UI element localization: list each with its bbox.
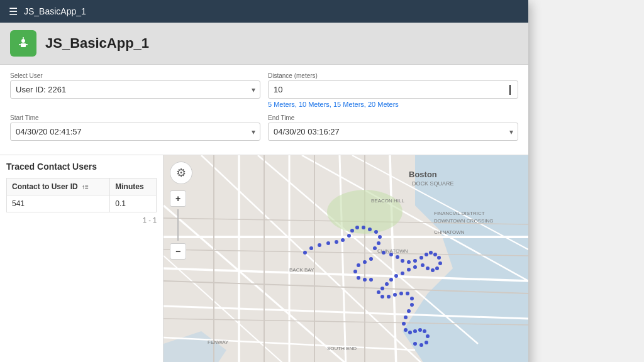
map-svg: Boston DOCK SQUARE BEACON HILL FINANCIAL…: [164, 155, 528, 362]
svg-point-92: [418, 328, 422, 332]
svg-text:CHINATOWN: CHINATOWN: [434, 229, 465, 235]
table-row: 5410.1: [7, 195, 157, 212]
cursor-indicator: [509, 85, 511, 95]
distance-hints[interactable]: 5 Meters, 10 Meters, 15 Meters, 20 Meter…: [268, 101, 518, 108]
svg-point-83: [406, 292, 409, 295]
select-user-input[interactable]: [10, 80, 260, 99]
svg-point-70: [421, 263, 425, 267]
form-row-2: Start Time ▾ End Time ▾: [10, 114, 518, 141]
svg-point-61: [419, 256, 423, 260]
hamburger-icon[interactable]: ☰: [9, 6, 18, 18]
svg-text:DOCK SQUARE: DOCK SQUARE: [412, 180, 454, 187]
svg-point-71: [413, 265, 417, 269]
svg-point-74: [394, 274, 398, 278]
svg-point-62: [425, 253, 428, 256]
map-controls: ⚙ + −: [170, 162, 192, 260]
svg-point-78: [377, 290, 380, 294]
svg-point-41: [309, 246, 313, 250]
svg-point-80: [387, 295, 391, 299]
svg-point-104: [369, 278, 373, 282]
svg-point-56: [389, 253, 393, 256]
svg-point-97: [413, 342, 417, 346]
left-panel: Traced Contact Users Contact to User ID …: [0, 155, 164, 362]
app-header: JS_BasicApp_1: [0, 23, 528, 65]
panel-title: Traced Contact Users: [6, 162, 157, 172]
svg-point-90: [408, 331, 412, 334]
svg-point-63: [429, 251, 433, 255]
app-icon: [10, 30, 36, 57]
zoom-in-button[interactable]: +: [170, 190, 186, 207]
svg-point-96: [419, 343, 423, 347]
svg-point-64: [433, 253, 437, 256]
svg-point-94: [426, 334, 430, 338]
traced-contact-table: Contact to User ID ↑≡ Minutes 5410.1: [6, 178, 157, 212]
svg-point-98: [369, 257, 373, 261]
svg-point-51: [374, 230, 378, 234]
select-user-wrapper: ▾: [10, 80, 260, 99]
svg-text:FENWAY: FENWAY: [208, 339, 229, 345]
svg-point-93: [423, 329, 426, 333]
svg-point-49: [362, 226, 365, 229]
zoom-out-button[interactable]: −: [170, 243, 186, 260]
distance-wrapper: [268, 80, 518, 99]
contact-id-cell: 541: [7, 195, 110, 212]
svg-point-54: [373, 246, 377, 250]
svg-point-47: [350, 229, 354, 233]
distance-input[interactable]: [268, 80, 518, 99]
bottom-section: Traced Contact Users Contact to User ID …: [0, 155, 528, 362]
svg-point-57: [396, 255, 399, 259]
svg-text:BEACON HILL: BEACON HILL: [371, 198, 404, 204]
svg-point-55: [382, 251, 386, 255]
svg-point-66: [438, 261, 442, 265]
zoom-slider-track: [177, 209, 179, 241]
map-settings-button[interactable]: ⚙: [170, 162, 192, 184]
svg-point-58: [401, 259, 404, 263]
svg-point-87: [404, 315, 408, 319]
svg-point-86: [407, 309, 411, 313]
svg-point-59: [407, 260, 411, 264]
svg-point-72: [407, 268, 411, 272]
select-user-group: Select User ▾: [10, 72, 260, 108]
start-time-input[interactable]: [10, 123, 260, 141]
col-minutes-header: Minutes: [110, 178, 157, 195]
svg-rect-2: [19, 44, 21, 45]
svg-point-76: [385, 282, 389, 286]
svg-point-68: [431, 268, 435, 272]
svg-point-89: [404, 328, 408, 332]
start-time-wrapper: ▾: [10, 123, 260, 141]
pagination: 1 - 1: [6, 216, 157, 224]
col-contact-header[interactable]: Contact to User ID ↑≡: [7, 178, 110, 195]
svg-point-46: [347, 234, 351, 238]
svg-point-50: [368, 228, 372, 231]
svg-point-81: [393, 293, 397, 297]
end-time-label: End Time: [268, 114, 518, 121]
svg-point-82: [399, 292, 403, 295]
svg-point-65: [437, 256, 441, 260]
svg-point-91: [413, 329, 417, 333]
form-row-1: Select User ▾ Distance (meters) 5 Meters…: [10, 72, 518, 108]
svg-point-42: [318, 243, 321, 247]
end-time-input[interactable]: [268, 123, 518, 141]
distance-label: Distance (meters): [268, 72, 518, 79]
svg-point-84: [410, 297, 414, 300]
svg-point-45: [341, 238, 345, 242]
svg-point-75: [389, 278, 393, 282]
minutes-cell: 0.1: [110, 195, 157, 212]
svg-point-77: [380, 287, 384, 290]
svg-text:DOWNTOWN CROSSING: DOWNTOWN CROSSING: [434, 218, 494, 224]
svg-point-100: [357, 263, 360, 267]
svg-point-4: [23, 38, 24, 40]
svg-point-60: [413, 259, 417, 263]
svg-point-44: [335, 240, 338, 244]
distance-group: Distance (meters) 5 Meters, 10 Meters, 1…: [268, 72, 518, 108]
app-header-title: JS_BasicApp_1: [45, 35, 149, 52]
svg-point-73: [401, 272, 404, 275]
map-panel[interactable]: Boston DOCK SQUARE BEACON HILL FINANCIAL…: [164, 155, 528, 362]
svg-point-99: [363, 260, 367, 264]
svg-point-67: [435, 266, 439, 270]
top-nav: ☰ JS_BasicApp_1: [0, 0, 528, 23]
svg-point-103: [363, 278, 367, 282]
svg-point-88: [402, 322, 406, 326]
end-time-group: End Time ▾: [268, 114, 518, 141]
svg-point-85: [410, 303, 414, 307]
